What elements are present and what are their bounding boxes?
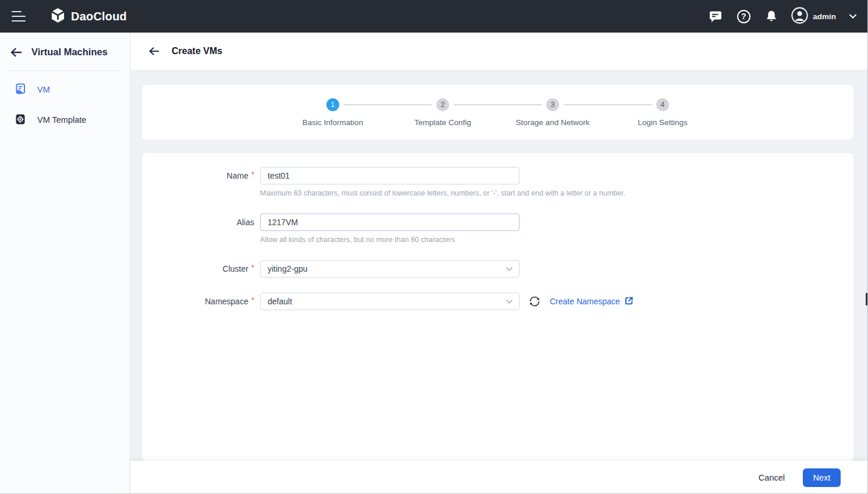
cluster-select[interactable]: yiting2-gpu	[260, 260, 520, 278]
bell-icon[interactable]	[764, 9, 778, 23]
page-title: Create VMs	[172, 46, 222, 56]
name-input[interactable]	[260, 167, 520, 184]
sidebar-item-vm-template[interactable]: VM Template	[0, 105, 130, 135]
namespace-row: Namespace * default	[142, 293, 853, 310]
cluster-select-value: yiting2-gpu	[268, 264, 308, 273]
required-asterisk: *	[251, 167, 254, 182]
menu-icon[interactable]	[12, 11, 26, 22]
help-circle-icon[interactable]: ?	[737, 9, 750, 23]
sidebar-item-label: VM	[37, 85, 50, 94]
sidebar-item-vm[interactable]: VM	[0, 74, 130, 105]
step-number: 2	[436, 98, 449, 111]
user-avatar-icon	[791, 7, 808, 26]
alias-helper-text: Allow all kinds of characters, but no mo…	[260, 236, 853, 244]
step-number: 3	[546, 98, 559, 111]
vm-template-icon	[15, 113, 26, 127]
required-asterisk: *	[251, 293, 254, 308]
stepper-card: 1 Basic Information 2 Template Config 3 …	[142, 85, 853, 140]
page-back-arrow-icon[interactable]	[148, 47, 159, 56]
namespace-label: Namespace	[205, 293, 248, 310]
step-template-config: 2 Template Config	[388, 98, 498, 127]
sidebar-back-arrow-icon[interactable]	[10, 47, 22, 58]
name-label: Name	[227, 167, 248, 184]
alias-label: Alias	[237, 214, 254, 231]
top-navbar: DaoCloud ?	[0, 0, 867, 33]
sidebar-item-label: VM Template	[37, 115, 86, 125]
alias-row: Alias	[142, 214, 853, 231]
next-button[interactable]: Next	[803, 468, 841, 487]
namespace-select-value: default	[268, 297, 292, 306]
alias-input[interactable]	[260, 214, 520, 231]
external-link-icon	[624, 296, 634, 307]
sidebar-divider	[8, 70, 122, 71]
required-asterisk: *	[251, 260, 254, 275]
create-namespace-link[interactable]: Create Namespace	[550, 296, 634, 307]
step-number: 4	[656, 98, 669, 111]
basic-information-form: Name * Maximum 63 characters, must consi…	[142, 153, 853, 461]
chevron-down-icon	[506, 297, 513, 306]
step-basic-information: 1 Basic Information	[278, 98, 388, 127]
refresh-namespaces-icon[interactable]	[529, 296, 540, 307]
name-helper-text: Maximum 63 characters, must consist of l…	[260, 189, 853, 197]
namespace-select[interactable]: default	[260, 293, 520, 310]
sidebar-title: Virtual Machines	[31, 47, 108, 58]
create-namespace-label: Create Namespace	[550, 297, 620, 306]
cluster-label: Cluster	[223, 260, 248, 278]
stepper: 1 Basic Information 2 Template Config 3 …	[278, 98, 718, 127]
vm-icon	[15, 83, 26, 97]
brand-name: DaoCloud	[71, 10, 127, 23]
user-name: admin	[813, 12, 836, 21]
chevron-down-icon	[506, 264, 513, 273]
message-square-icon[interactable]	[709, 9, 723, 23]
user-menu[interactable]: admin	[791, 7, 857, 26]
step-login-settings: 4 Login Settings	[608, 98, 718, 127]
brand[interactable]: DaoCloud	[50, 8, 127, 26]
vertical-scrollbar-thumb[interactable]	[866, 293, 867, 305]
chevron-down-icon	[849, 12, 857, 21]
page-header: Create VMs	[130, 33, 867, 70]
name-row: Name *	[142, 167, 853, 184]
wizard-footer: Cancel Next	[130, 461, 867, 494]
cluster-row: Cluster * yiting2-gpu	[142, 260, 853, 278]
step-label: Basic Information	[303, 118, 363, 127]
step-label: Storage and Network	[516, 118, 590, 127]
cancel-button[interactable]: Cancel	[759, 473, 785, 482]
step-storage-and-network: 3 Storage and Network	[498, 98, 608, 127]
sidebar: Virtual Machines VM	[0, 33, 130, 494]
daocloud-logo-icon	[50, 8, 66, 26]
step-number: 1	[326, 98, 339, 111]
step-label: Template Config	[414, 118, 471, 127]
step-label: Login Settings	[638, 118, 688, 127]
